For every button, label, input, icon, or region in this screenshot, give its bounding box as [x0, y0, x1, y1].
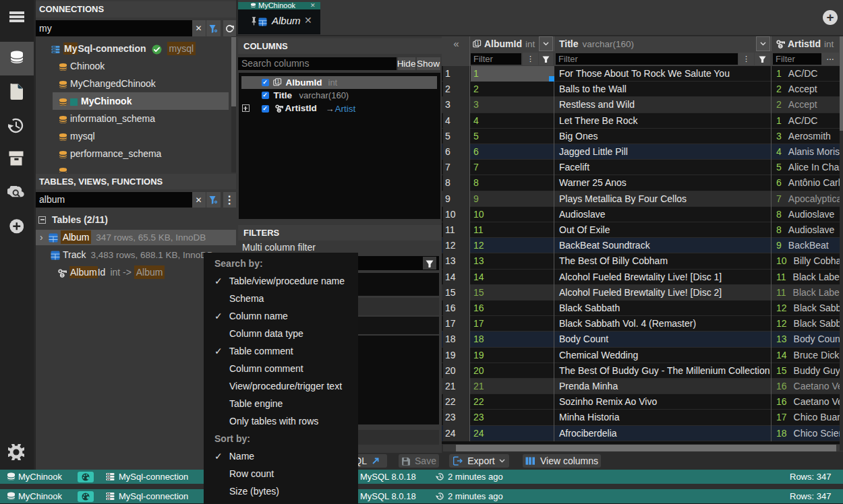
svg-text:1: 1 [477, 40, 479, 46]
svg-text:1: 1 [277, 78, 279, 84]
